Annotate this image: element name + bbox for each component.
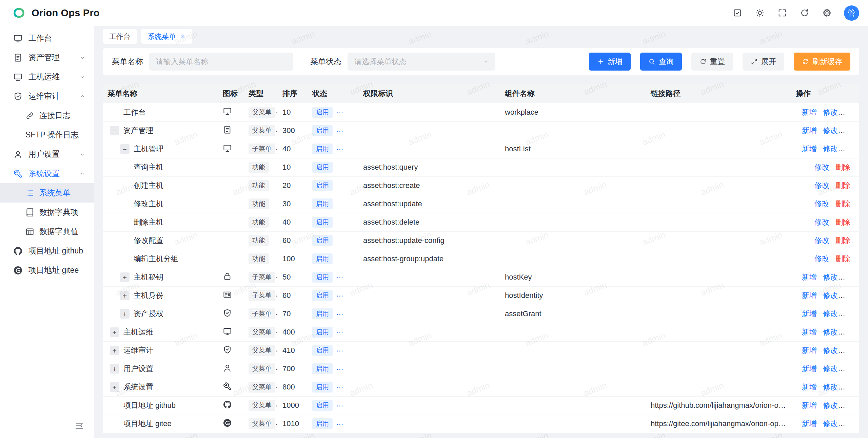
sidebar-item-6[interactable]: 项目地址 github bbox=[0, 241, 94, 261]
delete-action-link[interactable]: 删除 bbox=[844, 401, 859, 410]
add-action-link[interactable]: 新增 bbox=[802, 419, 817, 428]
sidebar-item-2[interactable]: 主机运维 bbox=[0, 67, 94, 87]
close-tab-icon[interactable] bbox=[180, 34, 186, 39]
expand-row-toggle[interactable]: + bbox=[110, 364, 119, 374]
tab-item-1[interactable]: 系统菜单 bbox=[141, 29, 192, 44]
delete-action-link[interactable]: 删除 bbox=[844, 328, 859, 336]
add-action-link[interactable]: 新增 bbox=[802, 328, 817, 336]
add-action-link[interactable]: 新增 bbox=[802, 309, 817, 318]
type-tag: 父菜单 bbox=[249, 400, 275, 411]
delete-action-link[interactable]: 删除 bbox=[835, 218, 850, 226]
delete-action-link[interactable]: 删除 bbox=[844, 383, 859, 391]
expand-row-toggle[interactable]: + bbox=[120, 272, 130, 282]
expand-row-toggle[interactable]: + bbox=[110, 327, 119, 337]
delete-action-link[interactable]: 删除 bbox=[844, 364, 859, 373]
update-action-link[interactable]: 修改 bbox=[823, 309, 838, 318]
settings-icon[interactable] bbox=[822, 8, 832, 18]
add-button[interactable]: 新增 bbox=[589, 53, 631, 71]
status-tag: 启用 bbox=[312, 217, 333, 228]
update-action-link[interactable]: 修改 bbox=[823, 383, 838, 391]
menu-name-input[interactable] bbox=[149, 53, 293, 71]
sidebar-subitem-3-0[interactable]: 连接日志 bbox=[0, 106, 94, 125]
sidebar-subitem-5-0[interactable]: 系统菜单 bbox=[0, 183, 94, 203]
refresh-cache-button[interactable]: 刷新缓存 bbox=[794, 53, 850, 71]
icon-cell bbox=[218, 396, 244, 415]
delete-action-link[interactable]: 删除 bbox=[835, 199, 850, 208]
reset-button[interactable]: 重置 bbox=[691, 53, 733, 71]
delete-action-link[interactable]: 删除 bbox=[844, 145, 859, 153]
collapse-sidebar-icon[interactable] bbox=[74, 421, 84, 431]
expand-row-toggle[interactable]: + bbox=[110, 382, 119, 392]
delete-action-link[interactable]: 删除 bbox=[835, 181, 850, 190]
update-action-link[interactable]: 修改 bbox=[814, 236, 829, 245]
update-action-link[interactable]: 修改 bbox=[814, 218, 829, 226]
sidebar-item-0[interactable]: 工作台 bbox=[0, 28, 94, 48]
update-action-link[interactable]: 修改 bbox=[823, 291, 838, 300]
delete-action-link[interactable]: 删除 bbox=[835, 236, 850, 245]
tab-item-0[interactable]: 工作台 bbox=[103, 29, 137, 44]
sidebar-item-5[interactable]: 系统设置 bbox=[0, 164, 94, 183]
delete-action-link[interactable]: 删除 bbox=[844, 309, 859, 318]
update-action-link[interactable]: 修改 bbox=[823, 401, 838, 410]
update-action-link[interactable]: 修改 bbox=[823, 126, 838, 135]
update-action-link[interactable]: 修改 bbox=[823, 346, 838, 355]
type-tag: 功能 bbox=[249, 253, 269, 264]
add-action-link[interactable]: 新增 bbox=[802, 401, 817, 410]
sidebar-item-3[interactable]: 运维审计 bbox=[0, 87, 94, 106]
add-action-link[interactable]: 新增 bbox=[802, 291, 817, 300]
sidebar-subitem-3-1[interactable]: SFTP 操作日志 bbox=[0, 125, 94, 145]
logo-area[interactable]: Orion Ops Pro bbox=[11, 5, 100, 21]
query-button[interactable]: 查询 bbox=[640, 53, 682, 71]
status-cell: 启用 bbox=[308, 158, 359, 176]
delete-action-link[interactable]: 删除 bbox=[844, 419, 859, 428]
add-action-link[interactable]: 新增 bbox=[802, 145, 817, 153]
delete-action-link[interactable]: 删除 bbox=[844, 291, 859, 300]
sidebar-subitem-5-1[interactable]: 数据字典项 bbox=[0, 203, 94, 222]
delete-action-link[interactable]: 删除 bbox=[844, 346, 859, 355]
column-header-5: 权限标识 bbox=[359, 84, 500, 103]
add-action-link[interactable]: 新增 bbox=[802, 273, 817, 281]
link-cell bbox=[646, 250, 791, 268]
update-action-link[interactable]: 修改 bbox=[823, 273, 838, 281]
user-avatar[interactable]: 管 bbox=[844, 5, 859, 21]
check-panel-icon[interactable] bbox=[733, 8, 742, 18]
collapse-row-toggle[interactable]: − bbox=[110, 126, 119, 135]
sidebar-item-7[interactable]: 项目地址 gitee bbox=[0, 261, 94, 280]
update-action-link[interactable]: 修改 bbox=[823, 145, 838, 153]
expand-button[interactable]: 展开 bbox=[743, 53, 784, 71]
column-header-7: 链接路径 bbox=[646, 84, 791, 103]
delete-action-link[interactable]: 删除 bbox=[835, 254, 850, 263]
perm-cell: asset:host-group:update bbox=[359, 250, 500, 268]
update-action-link[interactable]: 修改 bbox=[823, 364, 838, 373]
update-action-link[interactable]: 修改 bbox=[814, 199, 829, 208]
update-action-link[interactable]: 修改 bbox=[814, 181, 829, 190]
expand-row-toggle[interactable]: + bbox=[120, 291, 130, 300]
update-action-link[interactable]: 修改 bbox=[823, 108, 838, 116]
sidebar-subitem-5-2[interactable]: 数据字典值 bbox=[0, 222, 94, 241]
update-action-link[interactable]: 修改 bbox=[823, 328, 838, 336]
actions-cell: 修改删除 bbox=[791, 158, 859, 176]
update-action-link[interactable]: 修改 bbox=[823, 419, 838, 428]
add-action-link[interactable]: 新增 bbox=[802, 346, 817, 355]
add-action-link[interactable]: 新增 bbox=[802, 108, 817, 116]
delete-action-link[interactable]: 删除 bbox=[844, 108, 859, 116]
theme-icon[interactable] bbox=[755, 8, 765, 18]
sidebar-item-4[interactable]: 用户设置 bbox=[0, 145, 94, 164]
perm-cell: asset:host:create bbox=[359, 176, 500, 195]
delete-action-link[interactable]: 删除 bbox=[844, 273, 859, 281]
menu-status-select[interactable]: 请选择菜单状态 bbox=[348, 53, 495, 71]
expand-row-toggle[interactable]: + bbox=[110, 346, 119, 355]
add-action-link[interactable]: 新增 bbox=[802, 364, 817, 373]
update-action-link[interactable]: 修改 bbox=[814, 254, 829, 263]
expand-row-toggle[interactable]: + bbox=[120, 309, 130, 319]
delete-action-link[interactable]: 删除 bbox=[844, 126, 859, 135]
refresh-icon[interactable] bbox=[800, 8, 809, 18]
sidebar-item-1[interactable]: 资产管理 bbox=[0, 48, 94, 67]
actions-cell: 修改删除 bbox=[791, 250, 859, 268]
collapse-row-toggle[interactable]: − bbox=[120, 144, 130, 154]
add-action-link[interactable]: 新增 bbox=[802, 126, 817, 135]
fullscreen-icon[interactable] bbox=[777, 8, 787, 18]
add-action-link[interactable]: 新增 bbox=[802, 383, 817, 391]
update-action-link[interactable]: 修改 bbox=[814, 163, 829, 171]
delete-action-link[interactable]: 删除 bbox=[835, 163, 850, 171]
